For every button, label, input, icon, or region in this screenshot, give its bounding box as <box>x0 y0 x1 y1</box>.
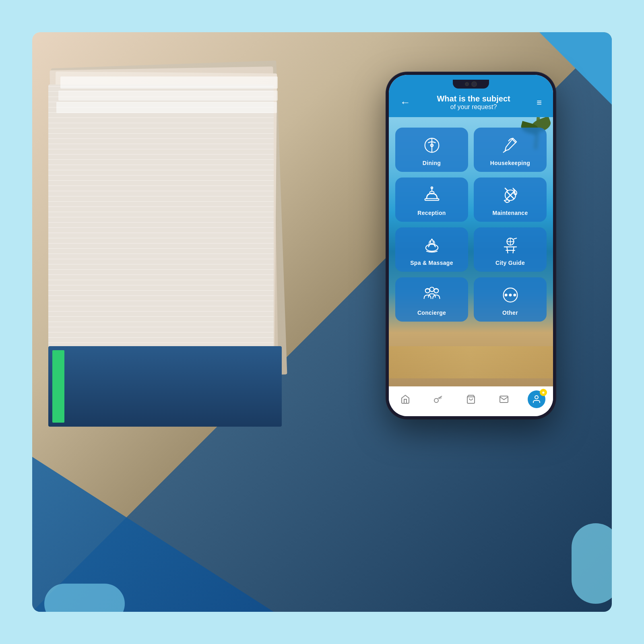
spa-icon <box>421 235 442 256</box>
tab-home[interactable] <box>396 390 414 408</box>
phone-body: ← What is the subject of your request? ≡ <box>386 72 555 419</box>
header-title-line2: of your request? <box>414 103 533 111</box>
phone-screen: ← What is the subject of your request? ≡ <box>389 75 553 416</box>
maintenance-label: Maintenance <box>492 210 528 216</box>
svg-point-7 <box>431 187 432 188</box>
svg-point-18 <box>509 294 511 296</box>
svg-point-22 <box>535 396 538 399</box>
reception-icon <box>421 185 442 206</box>
camera-dot-main <box>471 81 477 87</box>
concierge-label: Concierge <box>417 310 446 316</box>
svg-point-17 <box>505 294 507 296</box>
cityguide-label: City Guide <box>495 260 525 266</box>
maintenance-icon <box>500 185 521 206</box>
camera-dot-small <box>465 82 469 86</box>
service-housekeeping-button[interactable]: Housekeeping <box>474 128 547 172</box>
svg-rect-4 <box>425 199 439 200</box>
phone-mockup: ← What is the subject of your request? ≡ <box>386 72 555 419</box>
outer-frame: ← What is the subject of your request? ≡ <box>32 32 612 612</box>
dining-label: Dining <box>423 160 441 166</box>
tab-mail[interactable] <box>495 390 513 408</box>
housekeeping-icon <box>500 135 521 156</box>
service-cityguide-button[interactable]: City Guide <box>474 227 547 272</box>
app-content: Dining <box>389 117 553 386</box>
tab-profile[interactable] <box>528 390 545 408</box>
bottom-tabbar <box>389 386 553 416</box>
svg-point-11 <box>425 244 438 251</box>
service-reception-button[interactable]: Reception <box>395 178 468 222</box>
header-title-line1: What is the subject <box>414 94 533 103</box>
tab-key[interactable] <box>429 390 447 408</box>
svg-point-20 <box>434 398 438 402</box>
services-grid: Dining <box>389 121 553 328</box>
service-concierge-button[interactable]: Concierge <box>395 277 468 322</box>
other-label: Other <box>502 310 518 316</box>
header-title: What is the subject of your request? <box>414 94 533 111</box>
back-button[interactable]: ← <box>397 95 414 110</box>
service-other-button[interactable]: Other <box>474 277 547 322</box>
spa-label: Spa & Massage <box>410 260 453 266</box>
service-spa-button[interactable]: Spa & Massage <box>395 227 468 272</box>
pool-shore <box>389 346 553 378</box>
blue-accent-bottom-left <box>44 584 125 612</box>
menu-button[interactable]: ≡ <box>533 96 545 109</box>
service-dining-button[interactable]: Dining <box>395 128 468 172</box>
phone-notch <box>453 80 489 89</box>
blue-accent-bottom-right <box>572 523 612 604</box>
dining-icon <box>421 135 442 156</box>
svg-point-15 <box>429 287 434 292</box>
tab-bag[interactable] <box>462 390 480 408</box>
housekeeping-label: Housekeeping <box>490 160 530 166</box>
svg-point-19 <box>514 294 516 296</box>
service-maintenance-button[interactable]: Maintenance <box>474 178 547 222</box>
reception-label: Reception <box>417 210 446 216</box>
other-icon <box>500 285 521 305</box>
cityguide-icon <box>500 235 521 256</box>
paper-stack-area <box>48 64 322 427</box>
concierge-icon <box>421 285 442 305</box>
